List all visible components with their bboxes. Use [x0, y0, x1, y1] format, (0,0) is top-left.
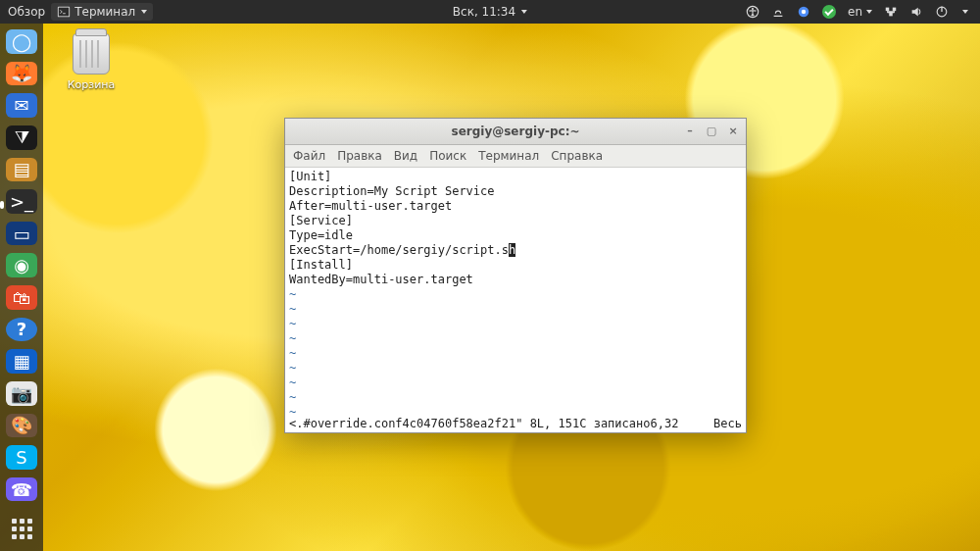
window-close-button[interactable]: ×: [726, 124, 740, 137]
vim-status-line: <.#override.conf4c04760f58ea2f21" 8L, 15…: [285, 417, 746, 432]
status-scroll: Весь: [713, 417, 742, 430]
active-app-menu[interactable]: Терминал: [51, 3, 153, 21]
chevron-down-icon: [866, 10, 872, 14]
dock-mate[interactable]: ◉: [6, 253, 37, 277]
window-minimize-button[interactable]: –: [683, 124, 697, 137]
chevron-down-icon: [962, 10, 968, 14]
terminal-editor-area[interactable]: [Unit] Description=My Script Service Aft…: [285, 168, 746, 417]
dock-thunderbird[interactable]: ✉: [6, 93, 37, 118]
volume-icon[interactable]: [909, 5, 923, 19]
dock-panel: ◯🦊✉⧩▤>_▭◉🛍?▦📷🎨S☎: [0, 24, 43, 551]
keyboard-layout-indicator[interactable]: en: [848, 5, 872, 19]
active-app-label: Терминал: [74, 5, 135, 19]
chevron-down-icon: [521, 10, 527, 14]
clock-area[interactable]: Вск, 11:34: [453, 5, 527, 19]
dock-writer[interactable]: ▭: [6, 222, 37, 246]
terminal-icon: [57, 5, 71, 19]
dock-skype[interactable]: S: [6, 445, 37, 470]
accessibility-icon[interactable]: [746, 5, 760, 19]
window-maximize-button[interactable]: ▢: [705, 124, 718, 137]
dock-help[interactable]: ?: [6, 318, 37, 342]
dock-notes[interactable]: ▤: [6, 158, 37, 182]
chevron-down-icon: [141, 10, 147, 14]
terminal-menubar: Файл Правка Вид Поиск Терминал Справка: [285, 145, 746, 168]
dock-vscode[interactable]: ⧩: [6, 125, 37, 150]
menu-view[interactable]: Вид: [394, 149, 417, 163]
dock-software[interactable]: 🛍: [6, 285, 37, 310]
menu-terminal[interactable]: Терминал: [478, 149, 539, 163]
svg-rect-6: [886, 8, 890, 12]
window-titlebar[interactable]: sergiy@sergiy-pc:~ – ▢ ×: [285, 119, 746, 145]
dock-camera[interactable]: 📷: [6, 381, 37, 406]
svg-point-3: [752, 8, 754, 10]
status-cursor-pos: 6,32: [650, 417, 678, 430]
svg-rect-7: [893, 8, 897, 12]
activities-button[interactable]: Обзор: [8, 5, 45, 19]
desktop-trash[interactable]: Корзина: [61, 33, 122, 91]
chrome-tray-icon[interactable]: [797, 5, 810, 19]
clock-label: Вск, 11:34: [453, 5, 515, 19]
power-icon[interactable]: [935, 5, 949, 19]
svg-point-5: [802, 10, 806, 14]
menu-help[interactable]: Справка: [551, 149, 603, 163]
trash-icon: [73, 33, 110, 75]
show-applications-button[interactable]: [6, 517, 37, 541]
window-title: sergiy@sergiy-pc:~: [452, 125, 580, 138]
dock-firefox[interactable]: 🦊: [6, 62, 37, 86]
gnome-top-panel: Обзор Терминал Вск, 11:34 en: [0, 0, 980, 24]
dock-gimp[interactable]: 🎨: [6, 414, 37, 438]
weather-icon[interactable]: [771, 5, 785, 19]
terminal-window: sergiy@sergiy-pc:~ – ▢ × Файл Правка Вид…: [284, 118, 747, 433]
network-icon[interactable]: [884, 5, 898, 19]
dock-viber[interactable]: ☎: [6, 477, 37, 502]
dock-terminal[interactable]: >_: [6, 189, 37, 214]
dock-virtualbox[interactable]: ▦: [6, 349, 37, 374]
menu-file[interactable]: Файл: [293, 149, 325, 163]
dock-chromium[interactable]: ◯: [6, 29, 37, 54]
svg-rect-1: [59, 8, 70, 17]
menu-search[interactable]: Поиск: [429, 149, 466, 163]
menu-edit[interactable]: Правка: [337, 149, 382, 163]
trash-label: Корзина: [61, 78, 122, 91]
status-message: <.#override.conf4c04760f58ea2f21" 8L, 15…: [289, 417, 650, 430]
status-ok-icon[interactable]: [822, 5, 836, 19]
